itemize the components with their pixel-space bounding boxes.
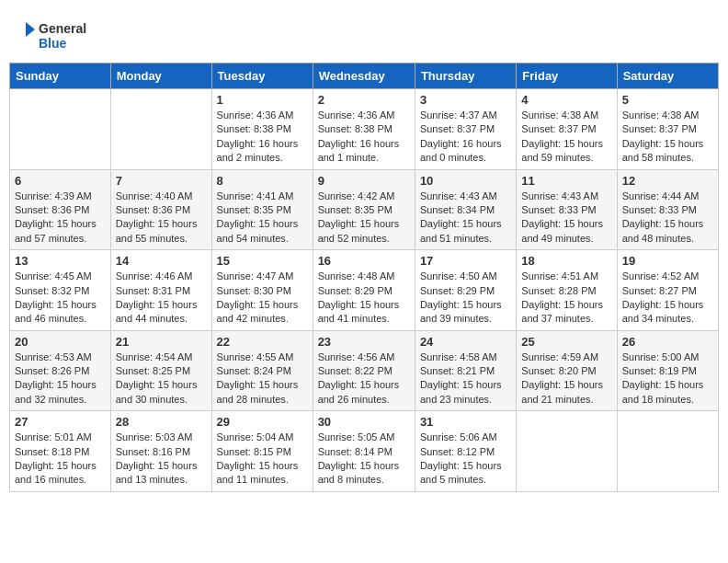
calendar-cell: 23Sunrise: 4:56 AM Sunset: 8:22 PM Dayli… bbox=[313, 330, 415, 411]
calendar-week-row: 27Sunrise: 5:01 AM Sunset: 8:18 PM Dayli… bbox=[10, 411, 719, 492]
calendar-cell: 3Sunrise: 4:37 AM Sunset: 8:37 PM Daylig… bbox=[415, 89, 516, 170]
calendar-cell bbox=[617, 411, 718, 492]
day-info: Sunrise: 5:04 AM Sunset: 8:15 PM Dayligh… bbox=[217, 431, 308, 488]
calendar-cell: 2Sunrise: 4:36 AM Sunset: 8:38 PM Daylig… bbox=[313, 89, 415, 170]
day-info: Sunrise: 4:52 AM Sunset: 8:27 PM Dayligh… bbox=[622, 270, 713, 327]
day-number: 7 bbox=[116, 174, 207, 188]
calendar-cell: 26Sunrise: 5:00 AM Sunset: 8:19 PM Dayli… bbox=[617, 330, 718, 411]
day-info: Sunrise: 4:51 AM Sunset: 8:28 PM Dayligh… bbox=[521, 270, 611, 327]
day-info: Sunrise: 4:39 AM Sunset: 8:36 PM Dayligh… bbox=[15, 190, 106, 247]
day-number: 14 bbox=[116, 254, 207, 268]
calendar-cell: 12Sunrise: 4:44 AM Sunset: 8:33 PM Dayli… bbox=[617, 169, 718, 250]
calendar-week-row: 6Sunrise: 4:39 AM Sunset: 8:36 PM Daylig… bbox=[10, 169, 719, 250]
calendar-cell: 31Sunrise: 5:06 AM Sunset: 8:12 PM Dayli… bbox=[415, 411, 516, 492]
calendar-cell: 11Sunrise: 4:43 AM Sunset: 8:33 PM Dayli… bbox=[517, 169, 617, 250]
day-info: Sunrise: 4:48 AM Sunset: 8:29 PM Dayligh… bbox=[318, 270, 410, 327]
day-info: Sunrise: 4:45 AM Sunset: 8:32 PM Dayligh… bbox=[15, 270, 106, 327]
day-number: 21 bbox=[116, 335, 207, 349]
day-info: Sunrise: 4:44 AM Sunset: 8:33 PM Dayligh… bbox=[622, 190, 713, 247]
weekday-header-row: SundayMondayTuesdayWednesdayThursdayFrid… bbox=[10, 63, 719, 89]
day-info: Sunrise: 4:50 AM Sunset: 8:29 PM Dayligh… bbox=[420, 270, 511, 327]
calendar-cell: 29Sunrise: 5:04 AM Sunset: 8:15 PM Dayli… bbox=[211, 411, 313, 492]
day-number: 9 bbox=[318, 174, 410, 188]
day-number: 12 bbox=[622, 174, 713, 188]
day-info: Sunrise: 5:03 AM Sunset: 8:16 PM Dayligh… bbox=[116, 431, 207, 488]
weekday-header-monday: Monday bbox=[110, 63, 211, 89]
day-number: 5 bbox=[622, 93, 713, 107]
day-number: 30 bbox=[318, 415, 410, 429]
svg-text:General: General bbox=[39, 21, 86, 36]
calendar-cell: 4Sunrise: 4:38 AM Sunset: 8:37 PM Daylig… bbox=[517, 89, 617, 170]
weekday-header-friday: Friday bbox=[517, 63, 617, 89]
calendar-cell: 9Sunrise: 4:42 AM Sunset: 8:35 PM Daylig… bbox=[313, 169, 415, 250]
calendar-cell: 27Sunrise: 5:01 AM Sunset: 8:18 PM Dayli… bbox=[10, 411, 111, 492]
day-number: 25 bbox=[521, 335, 611, 349]
day-info: Sunrise: 4:53 AM Sunset: 8:26 PM Dayligh… bbox=[15, 350, 106, 408]
svg-text:Blue: Blue bbox=[39, 36, 67, 51]
day-number: 26 bbox=[622, 335, 713, 349]
calendar-cell bbox=[10, 89, 111, 170]
logo-svg: GeneralBlue bbox=[18, 17, 92, 53]
day-info: Sunrise: 4:41 AM Sunset: 8:35 PM Dayligh… bbox=[217, 190, 308, 247]
calendar-cell: 24Sunrise: 4:58 AM Sunset: 8:21 PM Dayli… bbox=[415, 330, 516, 411]
day-info: Sunrise: 4:43 AM Sunset: 8:34 PM Dayligh… bbox=[420, 190, 511, 247]
day-info: Sunrise: 4:38 AM Sunset: 8:37 PM Dayligh… bbox=[521, 109, 611, 166]
day-number: 8 bbox=[217, 174, 308, 188]
logo: GeneralBlue bbox=[18, 17, 92, 53]
day-number: 20 bbox=[15, 335, 106, 349]
weekday-header-sunday: Sunday bbox=[10, 63, 111, 89]
day-number: 29 bbox=[217, 415, 308, 429]
day-number: 16 bbox=[318, 254, 410, 268]
day-info: Sunrise: 5:01 AM Sunset: 8:18 PM Dayligh… bbox=[15, 431, 106, 488]
day-number: 18 bbox=[521, 254, 611, 268]
day-info: Sunrise: 4:55 AM Sunset: 8:24 PM Dayligh… bbox=[217, 350, 308, 408]
calendar-cell: 6Sunrise: 4:39 AM Sunset: 8:36 PM Daylig… bbox=[10, 169, 111, 250]
calendar-cell: 14Sunrise: 4:46 AM Sunset: 8:31 PM Dayli… bbox=[110, 250, 211, 331]
day-info: Sunrise: 4:40 AM Sunset: 8:36 PM Dayligh… bbox=[116, 190, 207, 247]
calendar-cell: 25Sunrise: 4:59 AM Sunset: 8:20 PM Dayli… bbox=[517, 330, 617, 411]
calendar-cell bbox=[110, 89, 211, 170]
calendar-cell: 22Sunrise: 4:55 AM Sunset: 8:24 PM Dayli… bbox=[211, 330, 313, 411]
day-info: Sunrise: 4:54 AM Sunset: 8:25 PM Dayligh… bbox=[116, 350, 207, 408]
day-info: Sunrise: 4:58 AM Sunset: 8:21 PM Dayligh… bbox=[420, 350, 511, 408]
day-info: Sunrise: 4:46 AM Sunset: 8:31 PM Dayligh… bbox=[116, 270, 207, 327]
weekday-header-tuesday: Tuesday bbox=[211, 63, 313, 89]
day-number: 6 bbox=[15, 174, 106, 188]
day-number: 23 bbox=[318, 335, 410, 349]
day-number: 31 bbox=[420, 415, 511, 429]
calendar-week-row: 13Sunrise: 4:45 AM Sunset: 8:32 PM Dayli… bbox=[10, 250, 719, 331]
calendar-cell: 5Sunrise: 4:38 AM Sunset: 8:37 PM Daylig… bbox=[617, 89, 718, 170]
calendar-table: SundayMondayTuesdayWednesdayThursdayFrid… bbox=[9, 63, 719, 492]
day-number: 10 bbox=[420, 174, 511, 188]
day-info: Sunrise: 4:37 AM Sunset: 8:37 PM Dayligh… bbox=[420, 109, 511, 166]
day-number: 19 bbox=[622, 254, 713, 268]
calendar-cell bbox=[517, 411, 617, 492]
day-number: 4 bbox=[521, 93, 611, 107]
day-info: Sunrise: 4:59 AM Sunset: 8:20 PM Dayligh… bbox=[521, 350, 611, 408]
calendar-cell: 7Sunrise: 4:40 AM Sunset: 8:36 PM Daylig… bbox=[110, 169, 211, 250]
day-number: 3 bbox=[420, 93, 511, 107]
calendar-week-row: 20Sunrise: 4:53 AM Sunset: 8:26 PM Dayli… bbox=[10, 330, 719, 411]
day-info: Sunrise: 4:36 AM Sunset: 8:38 PM Dayligh… bbox=[318, 109, 410, 166]
day-info: Sunrise: 4:56 AM Sunset: 8:22 PM Dayligh… bbox=[318, 350, 410, 408]
day-number: 15 bbox=[217, 254, 308, 268]
day-number: 2 bbox=[318, 93, 410, 107]
weekday-header-wednesday: Wednesday bbox=[313, 63, 415, 89]
day-info: Sunrise: 4:43 AM Sunset: 8:33 PM Dayligh… bbox=[521, 190, 611, 247]
day-info: Sunrise: 4:42 AM Sunset: 8:35 PM Dayligh… bbox=[318, 190, 410, 247]
day-number: 1 bbox=[217, 93, 308, 107]
day-number: 28 bbox=[116, 415, 207, 429]
day-number: 13 bbox=[15, 254, 106, 268]
calendar-cell: 17Sunrise: 4:50 AM Sunset: 8:29 PM Dayli… bbox=[415, 250, 516, 331]
calendar-cell: 19Sunrise: 4:52 AM Sunset: 8:27 PM Dayli… bbox=[617, 250, 718, 331]
calendar-cell: 16Sunrise: 4:48 AM Sunset: 8:29 PM Dayli… bbox=[313, 250, 415, 331]
day-number: 11 bbox=[521, 174, 611, 188]
day-number: 24 bbox=[420, 335, 511, 349]
calendar-cell: 18Sunrise: 4:51 AM Sunset: 8:28 PM Dayli… bbox=[517, 250, 617, 331]
weekday-header-thursday: Thursday bbox=[415, 63, 516, 89]
day-info: Sunrise: 5:06 AM Sunset: 8:12 PM Dayligh… bbox=[420, 431, 511, 488]
calendar-cell: 13Sunrise: 4:45 AM Sunset: 8:32 PM Dayli… bbox=[10, 250, 111, 331]
calendar-cell: 8Sunrise: 4:41 AM Sunset: 8:35 PM Daylig… bbox=[211, 169, 313, 250]
calendar-cell: 15Sunrise: 4:47 AM Sunset: 8:30 PM Dayli… bbox=[211, 250, 313, 331]
page-header: GeneralBlue bbox=[9, 9, 719, 57]
